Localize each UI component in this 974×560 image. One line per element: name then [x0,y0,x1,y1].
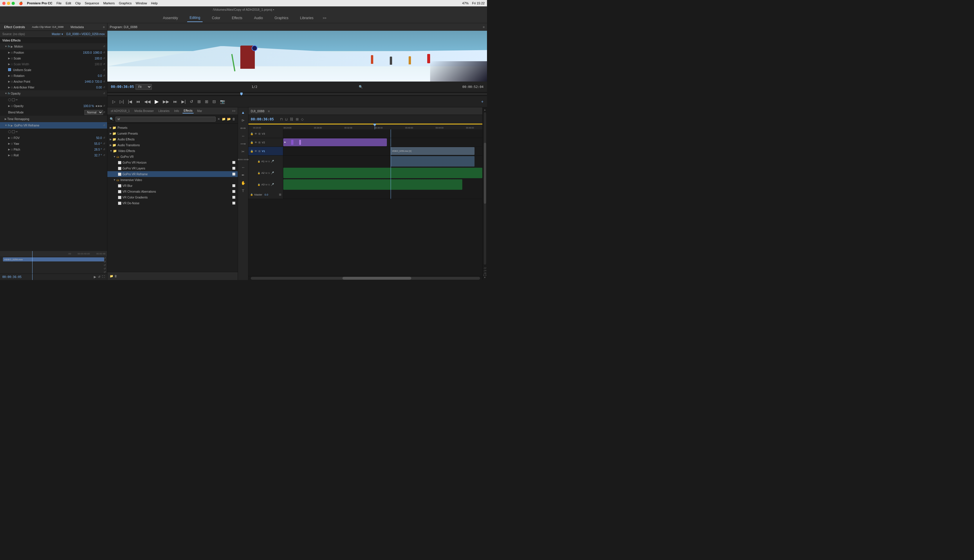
roll-row[interactable]: ▶ ◎ Roll 32.7 ° ↺ [0,152,107,158]
v2-eye-icon[interactable]: 👁 [255,141,257,144]
v1-eye-icon[interactable]: 👁 [255,150,257,153]
tab-libraries[interactable]: Libraries [157,109,171,113]
gopro-vr-section[interactable]: ▼ fx ▶ GoPro VR Reframe ↺ [0,122,107,128]
v3-eye-icon[interactable]: 👁 [255,132,257,135]
btn-mark-out[interactable]: ▷| [118,98,125,105]
a1-s-btn[interactable]: S [268,160,270,163]
new-bin-footer-btn[interactable]: 📁 [110,275,113,278]
track-a1-content[interactable] [283,155,482,167]
position-y[interactable]: 1080.0 [93,51,102,54]
effects-search-input[interactable] [115,117,216,122]
tool-slip[interactable]: ⟸⟹ [237,156,250,163]
fov-row[interactable]: ▶ ◎ FOV 50.0 ↺ [0,135,107,141]
tl-marker-btn[interactable]: ⊓ [280,117,283,122]
btn-jog-back[interactable]: ◀◀ [143,98,152,105]
reset-gopro-btn[interactable]: ↺ [103,124,105,127]
tab-assembly[interactable]: Assembly [160,14,180,22]
btn-go-to-in[interactable]: |◀ [127,98,134,105]
tree-presets[interactable]: ▶ 📁 Presets [107,125,238,130]
time-remapping-section[interactable]: ▶ Time Remapping [0,116,107,122]
reset-motion-icon[interactable]: ↺ [103,45,105,48]
timeline-scroll-bottom[interactable] [249,276,482,280]
menu-sequence[interactable]: Sequence [85,2,99,5]
opacity-value[interactable]: 100.0 % [83,105,94,108]
v2-lock-icon[interactable]: 🔒 [250,141,254,144]
minimize-button[interactable] [7,2,10,5]
clip-path[interactable]: DJI_0088 • VIDEO_0259.mov [67,32,105,36]
v1-audio-icon[interactable]: ⊞ [258,150,261,153]
scale-value[interactable]: 100.0 [95,57,102,60]
reset-blend-mode-btn[interactable]: ↺ [103,111,105,114]
track-v2-content[interactable]: ▶ [283,138,482,147]
tab-audio[interactable]: Audio [252,14,265,22]
fit-select[interactable]: Fit 100% 50% [135,84,152,90]
tool-pen[interactable]: ✒ [240,172,246,178]
reset-opacity-btn[interactable]: ↺ [103,92,105,95]
tab-info[interactable]: Info [173,109,180,113]
delete-icon[interactable]: 🗑 [232,117,235,121]
tl-keyframes-btn[interactable]: ◇ [300,117,304,122]
panel-hamburger[interactable]: ≡ [103,25,105,29]
ec-loop-btn[interactable]: ↺ [98,275,100,279]
anchor-x[interactable]: 1440.0 [85,80,93,83]
tool-ripple-edit[interactable]: ⟺ [239,125,247,132]
clip-v1-main[interactable]: VIDEO_0259.mov [V] [391,147,474,155]
track-a3-content[interactable] [283,179,482,190]
anti-flicker-value[interactable]: 0.00 [96,86,102,89]
scrollbar-thumb[interactable] [342,277,411,280]
btn-play[interactable]: ▶ [153,98,160,105]
tool-track-select[interactable]: ⊳ [240,117,246,123]
tab-color[interactable]: Color [210,14,223,22]
tab-libraries[interactable]: Libraries [298,14,316,22]
rotation-row[interactable]: ▶ ◎ Rotation 0.0 ↺ [0,73,107,78]
close-button[interactable] [2,2,5,5]
rotation-value[interactable]: 0.0 [98,74,102,77]
reset-pitch-btn[interactable]: ↺ [103,148,105,151]
new-bin-icon[interactable]: 📁 [222,117,226,121]
scale-width-value[interactable]: 100.0 [95,63,102,66]
btn-loop[interactable]: ↺ [188,98,195,105]
ec-reset-3[interactable]: ↺ [103,264,106,267]
reset-position-btn[interactable]: ↺ [103,51,105,54]
a2-clip[interactable] [283,168,482,178]
reset-scale-width-btn[interactable]: ↺ [103,63,105,65]
a2-lock-icon[interactable]: 🔒 [257,172,260,174]
btn-insert[interactable]: ⊞ [203,98,210,105]
btn-step-fwd[interactable]: ⏭ [172,98,179,105]
tree-audio-transitions[interactable]: ▶ 📁 Audio Transitions [107,142,238,148]
reset-fov-btn[interactable]: ↺ [103,137,105,139]
reset-roll-btn[interactable]: ↺ [103,154,105,157]
v1-lock-icon[interactable]: 🔒 [250,150,254,153]
tree-gopro-layers[interactable]: ⬜ GoPro VR Layers ⬜ [107,165,238,171]
tool-type[interactable]: T [241,187,245,194]
v3-audio-icon[interactable]: ⊞ [258,132,261,135]
timeline-hamburger[interactable]: ≡ [268,109,270,113]
new-custom-bin-icon[interactable]: 📂 [227,117,231,121]
menu-graphics[interactable]: Graphics [119,2,132,5]
master-lock-icon[interactable]: 🔒 [250,193,253,196]
tab-effects[interactable]: Effects [183,108,193,113]
zoom-icon[interactable]: 🔍 [359,85,363,89]
reset-anchor-btn[interactable]: ↺ [103,80,105,83]
btn-add-marker[interactable]: + [481,99,484,104]
ec-expand-btn[interactable]: ⛶ [102,275,105,279]
search-clear-btn[interactable]: ✕ [217,117,220,121]
a2-mic-icon[interactable]: 🎤 [271,172,274,174]
tree-vr-chromatic[interactable]: ⬜ VR Chromatic Aberrations ⬜ [107,188,238,194]
tab-mar[interactable]: Mar [196,109,203,113]
tree-audio-effects[interactable]: ▶ 📁 Audio Effects [107,137,238,142]
tl-group-btn[interactable]: ⊞ [295,117,299,122]
ec-reset-1[interactable]: ↺ [103,257,106,260]
motion-section[interactable]: ▼ fx ▶ Motion ↺ [0,43,107,50]
opacity-section[interactable]: ▼ fx Opacity ↺ [0,90,107,97]
reset-yaw-btn[interactable]: ↺ [103,142,105,145]
btn-mark-in[interactable]: ▷ [111,98,117,105]
tab-effects[interactable]: Effects [230,14,245,22]
a3-m-btn[interactable]: M [265,183,268,186]
menu-edit[interactable]: Edit [66,2,71,5]
tree-gopro-vr[interactable]: ▼ 🗂 GoPro VR [107,154,238,160]
scroll-bottom-btn[interactable]: ▼ [484,276,486,279]
timeline-scrollbar[interactable] [251,277,480,280]
tool-rolling-edit[interactable]: ↔ [240,133,246,139]
keyframe-left-icon[interactable]: ◀ [95,105,97,107]
